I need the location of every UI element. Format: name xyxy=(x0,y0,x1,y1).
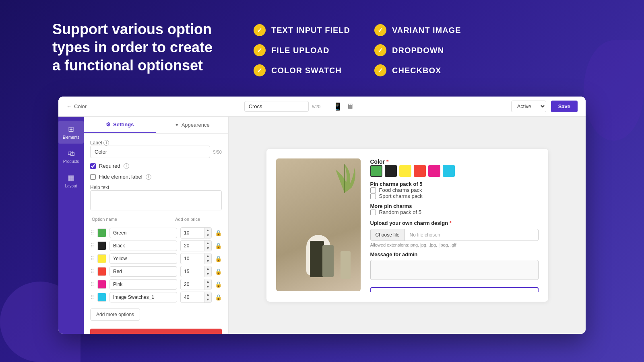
sport-charms-option: Sport charms pack xyxy=(370,193,539,199)
features-grid: ✓ TEXT INPUT FIELD ✓ VARIANT IMAGE ✓ FIL… xyxy=(254,20,471,76)
price-down-1[interactable]: ▼ xyxy=(204,246,211,251)
price-input-2[interactable] xyxy=(181,254,204,263)
sidebar: ⊞ Elements 🛍 Products ▦ Layout xyxy=(58,117,84,334)
swatch-thumb-0 xyxy=(97,228,106,237)
sidebar-item-elements[interactable]: ⊞ Elements xyxy=(58,121,84,144)
choose-file-button[interactable]: Choose file xyxy=(371,229,405,241)
feature-checkbox: ✓ CHECKBOX xyxy=(374,64,471,76)
tab-appearance-label: Appearence xyxy=(182,122,210,128)
price-input-5[interactable] xyxy=(181,292,204,302)
label-input[interactable] xyxy=(90,146,210,158)
status-select[interactable]: Active Inactive xyxy=(511,101,546,112)
price-up-3[interactable]: ▲ xyxy=(204,266,211,272)
check-icon-text-input: ✓ xyxy=(254,24,266,36)
required-info-icon: i xyxy=(124,163,129,169)
help-text-input[interactable] xyxy=(90,190,222,210)
price-wrap-0: ▲ ▼ xyxy=(180,227,212,239)
hide-label-checkbox[interactable] xyxy=(90,174,96,180)
message-textarea[interactable] xyxy=(370,260,539,280)
required-checkbox[interactable] xyxy=(90,163,96,169)
lock-icon-1[interactable]: 🔒 xyxy=(215,243,222,249)
device-icons: 📱 🖥 xyxy=(333,102,353,111)
remove-element-button[interactable]: Remove element xyxy=(90,329,222,334)
price-down-3[interactable]: ▼ xyxy=(204,272,211,277)
price-down-0[interactable]: ▼ xyxy=(204,233,211,238)
random-pack-checkbox[interactable] xyxy=(370,210,376,215)
title-char-count: 5/20 xyxy=(312,104,320,109)
title-input-wrap: 5/20 xyxy=(244,101,320,112)
price-up-1[interactable]: ▲ xyxy=(204,241,211,246)
title-input[interactable] xyxy=(244,101,309,112)
lock-icon-2[interactable]: 🔒 xyxy=(215,255,222,262)
save-button[interactable]: Save xyxy=(551,101,578,112)
back-label: Color xyxy=(74,103,87,109)
check-icon-file-upload: ✓ xyxy=(254,44,266,56)
option-name-input-1[interactable] xyxy=(109,241,177,251)
option-row-1: ⠿ ▲ ▼ 🔒 xyxy=(90,239,222,252)
option-name-input-0[interactable] xyxy=(109,228,177,238)
tab-settings-label: Settings xyxy=(113,121,134,128)
color-swatch-black[interactable] xyxy=(385,165,397,177)
feature-variant-image: ✓ VARIANT IMAGE xyxy=(374,24,471,36)
color-swatch-pink[interactable] xyxy=(428,165,440,177)
product-card: Color * Pin charms pack of 5 Food charms… xyxy=(266,149,548,302)
color-swatch-red[interactable] xyxy=(414,165,426,177)
upload-required-star: * xyxy=(448,220,452,226)
mobile-icon[interactable]: 📱 xyxy=(333,102,342,111)
option-name-input-4[interactable] xyxy=(109,279,177,290)
feature-dropdown: ✓ DROPDOWN xyxy=(374,44,471,56)
option-row-0: ⠿ ▲ ▼ 🔒 xyxy=(90,226,222,239)
price-input-4[interactable] xyxy=(181,280,204,289)
required-label: Required xyxy=(99,163,120,169)
add-more-options-button[interactable]: Add more options xyxy=(90,309,140,321)
lock-icon-0[interactable]: 🔒 xyxy=(215,230,222,236)
price-down-4[interactable]: ▼ xyxy=(204,284,211,290)
sidebar-item-products[interactable]: 🛍 Products xyxy=(58,145,84,168)
back-link[interactable]: ← Color xyxy=(66,103,87,109)
price-up-4[interactable]: ▲ xyxy=(204,279,211,284)
product-decor-3 xyxy=(322,245,334,277)
price-stepper-1: ▲ ▼ xyxy=(204,241,211,251)
preview-area: Color * Pin charms pack of 5 Food charms… xyxy=(229,117,586,334)
sport-charms-checkbox[interactable] xyxy=(370,193,376,199)
drag-handle-0[interactable]: ⠿ xyxy=(90,230,94,236)
feature-label-color-swatch: COLOR SWATCH xyxy=(271,66,342,75)
desktop-icon[interactable]: 🖥 xyxy=(346,102,353,111)
color-swatch-green[interactable] xyxy=(370,165,382,177)
appearance-icon: ✦ xyxy=(175,122,179,128)
lock-icon-5[interactable]: 🔒 xyxy=(215,294,222,300)
drag-handle-3[interactable]: ⠿ xyxy=(90,268,94,275)
price-down-5[interactable]: ▼ xyxy=(204,297,211,302)
lock-icon-3[interactable]: 🔒 xyxy=(215,268,222,275)
price-input-0[interactable] xyxy=(181,228,204,238)
message-section: Message for admin xyxy=(370,251,539,282)
food-charms-checkbox[interactable] xyxy=(370,187,376,193)
drag-handle-2[interactable]: ⠿ xyxy=(90,255,94,262)
price-up-2[interactable]: ▲ xyxy=(204,253,211,259)
add-to-cart-button[interactable]: Add To Cart xyxy=(370,287,539,292)
color-label: Color * xyxy=(370,158,539,165)
price-input-1[interactable] xyxy=(181,241,204,251)
price-input-3[interactable] xyxy=(181,267,204,276)
tab-settings[interactable]: ⚙ Settings xyxy=(84,117,156,133)
option-name-input-5[interactable] xyxy=(109,292,177,302)
option-name-input-3[interactable] xyxy=(109,266,177,277)
option-name-input-2[interactable] xyxy=(109,253,177,264)
color-swatch-blue[interactable] xyxy=(443,165,455,177)
food-charms-label: Food charms pack xyxy=(379,187,422,193)
price-up-0[interactable]: ▲ xyxy=(204,228,211,233)
sidebar-item-layout[interactable]: ▦ Layout xyxy=(58,169,84,192)
drag-handle-1[interactable]: ⠿ xyxy=(90,243,94,249)
drag-handle-4[interactable]: ⠿ xyxy=(90,281,94,288)
drag-handle-5[interactable]: ⠿ xyxy=(90,294,94,300)
file-name-display: No file chosen xyxy=(405,229,538,241)
lock-icon-4[interactable]: 🔒 xyxy=(215,281,222,288)
swatch-thumb-5 xyxy=(97,293,106,302)
price-up-5[interactable]: ▲ xyxy=(204,292,211,297)
top-bar: ← Color 5/20 📱 🖥 Active Inactive Save xyxy=(58,97,586,117)
tab-appearance[interactable]: ✦ Appearence xyxy=(156,117,229,133)
help-text-label: Help text xyxy=(90,185,222,190)
price-down-2[interactable]: ▼ xyxy=(204,259,211,264)
random-pack-label: Random pack of 5 xyxy=(379,209,422,215)
color-swatch-yellow[interactable] xyxy=(399,165,411,177)
